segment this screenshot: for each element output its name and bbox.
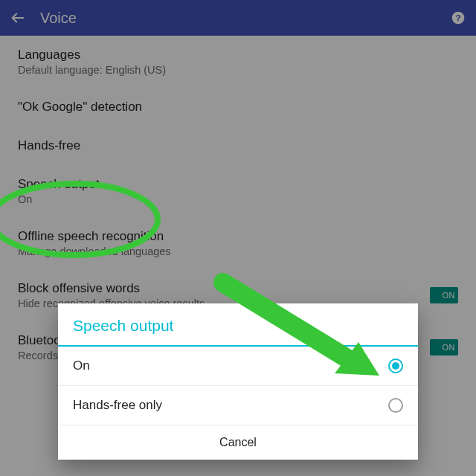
dialog-cancel-button[interactable]: Cancel <box>58 425 418 460</box>
radio-unchecked-icon[interactable] <box>388 398 403 413</box>
dialog-option-on[interactable]: On <box>58 347 418 386</box>
dialog-option-hands-free-only[interactable]: Hands-free only <box>58 386 418 425</box>
option-label: On <box>73 358 388 373</box>
voice-settings-screen: Voice ? Languages Default language: Engl… <box>0 0 476 476</box>
dialog-title: Speech output <box>58 303 418 345</box>
option-label: Hands-free only <box>73 398 388 413</box>
speech-output-dialog: Speech output On Hands-free only Cancel <box>58 303 418 460</box>
radio-checked-icon[interactable] <box>388 358 403 373</box>
